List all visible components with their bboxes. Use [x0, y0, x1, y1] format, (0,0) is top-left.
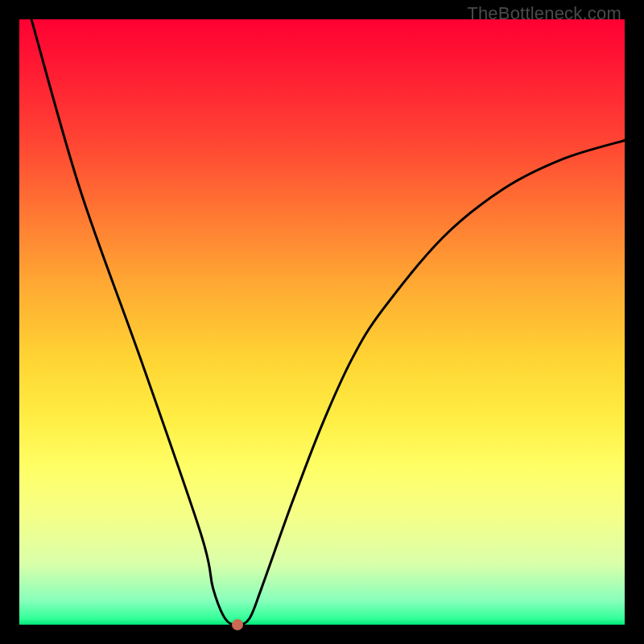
minimum-marker	[232, 619, 243, 630]
curve-svg	[19, 19, 625, 625]
chart-frame: TheBottleneck.com	[0, 0, 644, 644]
bottleneck-curve	[31, 19, 625, 625]
watermark-text: TheBottleneck.com	[467, 3, 621, 24]
plot-area	[19, 19, 625, 625]
